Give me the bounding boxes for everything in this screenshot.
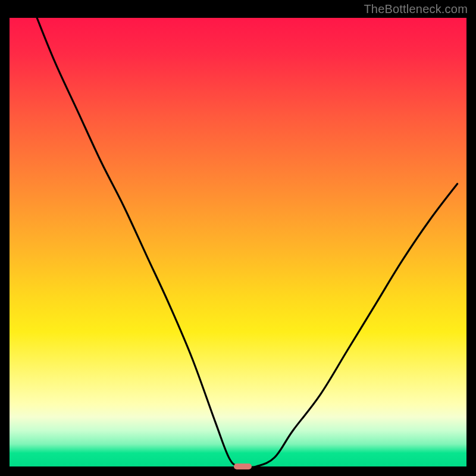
minimum-marker <box>234 464 252 469</box>
curve-svg <box>10 18 466 466</box>
bottleneck-chart: TheBottleneck.com <box>0 0 476 476</box>
plot-area <box>10 18 466 466</box>
bottleneck-curve-path <box>37 18 458 466</box>
attribution-text: TheBottleneck.com <box>364 2 468 16</box>
